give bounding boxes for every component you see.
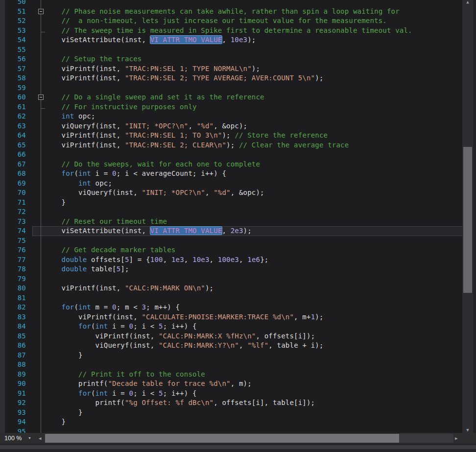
- code-line-60[interactable]: 60 // Do a single sweep and set it as th…: [0, 93, 476, 102]
- code-text: }: [45, 408, 476, 418]
- code-token: viPrintf(inst,: [45, 131, 125, 139]
- code-token: viPrintf(inst,: [45, 332, 159, 340]
- code-token: i =: [91, 169, 112, 177]
- code-text: }: [45, 351, 476, 360]
- code-line-51[interactable]: 51 // Phase noise measurements can take …: [0, 7, 476, 17]
- fold-margin: [26, 207, 45, 217]
- code-line-78[interactable]: 78 double table[5];: [0, 264, 476, 274]
- code-line-81[interactable]: 81: [0, 293, 476, 303]
- code-line-77[interactable]: 77 double offsets[5] = {100, 1e3, 10e3, …: [0, 255, 476, 265]
- code-line-89[interactable]: 89 // Print it off to the console: [0, 370, 476, 380]
- code-line-61[interactable]: 61 // For instructive purposes only: [0, 102, 476, 112]
- scroll-up-icon[interactable]: ▲: [462, 0, 473, 4]
- code-line-79[interactable]: 79: [0, 274, 476, 284]
- code-line-85[interactable]: 85 viPrintf(inst, "CALC:PN:MARK:X %fHz\n…: [0, 332, 476, 341]
- code-token: viSetAttribute(inst,: [45, 36, 150, 44]
- code-token: m =: [91, 303, 112, 311]
- code-line-74[interactable]: 74 viSetAttribute(inst, VI_ATTR_TMO_VALU…: [0, 226, 476, 236]
- vertical-scrollbar-thumb[interactable]: [463, 147, 472, 293]
- code-line-93[interactable]: 93 }: [0, 408, 476, 418]
- fold-margin: [26, 16, 45, 26]
- scroll-down-icon[interactable]: ▼: [462, 428, 473, 432]
- code-line-62[interactable]: 62 int opc;: [0, 112, 476, 121]
- fold-margin: [26, 7, 45, 17]
- code-text: [45, 207, 476, 217]
- code-line-53[interactable]: 53 // The sweep time is measured in Spik…: [0, 26, 476, 36]
- chevron-down-icon[interactable]: ▼: [28, 436, 31, 440]
- breakpoint-margin[interactable]: [0, 0, 5, 433]
- code-line-73[interactable]: 73 // Reset our timeout time: [0, 217, 476, 227]
- code-text: viPrintf(inst, "CALC:PN:MARK:X %fHz\n", …: [45, 332, 476, 341]
- code-line-68[interactable]: 68 for(int i = 0; i < averageCount; i++)…: [0, 169, 476, 179]
- code-line-75[interactable]: 75: [0, 236, 476, 246]
- code-line-86[interactable]: 86 viQueryf(inst, "CALC:PN:MARK:Y?\n", "…: [0, 341, 476, 351]
- code-line-84[interactable]: 84 for(int i = 0; i < 5; i++) {: [0, 322, 476, 332]
- code-line-76[interactable]: 76 // Get decade marker tables: [0, 245, 476, 255]
- code-token: , offsets[i]);: [256, 332, 315, 340]
- code-line-83[interactable]: 83 viPrintf(inst, "CALCULATE:PNOISE:MARK…: [0, 312, 476, 322]
- code-line-69[interactable]: 69 int opc;: [0, 179, 476, 189]
- fold-margin: [26, 198, 45, 208]
- code-token: 1e6: [247, 256, 260, 263]
- code-line-72[interactable]: 72: [0, 207, 476, 217]
- scroll-right-icon[interactable]: ▶: [455, 436, 457, 441]
- code-line-90[interactable]: 90 printf("Decade table for trace %d\n",…: [0, 379, 476, 389]
- fold-margin: [26, 217, 45, 227]
- vertical-scrollbar[interactable]: ▲ ▼: [462, 0, 473, 433]
- code-token: int: [62, 112, 74, 120]
- code-token: ; i++) {: [163, 322, 197, 330]
- scroll-left-icon[interactable]: ◀: [39, 436, 41, 441]
- code-line-80[interactable]: 80 viPrintf(inst, "CALC:PN:MARK ON\n");: [0, 284, 476, 293]
- fold-margin: [26, 83, 45, 93]
- code-line-66[interactable]: 66: [0, 150, 476, 160]
- horizontal-scrollbar[interactable]: [45, 434, 453, 443]
- fold-collapse-icon[interactable]: [38, 95, 44, 100]
- code-token: // Reset our timeout time: [45, 217, 167, 225]
- code-line-95[interactable]: 95: [0, 427, 476, 433]
- highlighted-reference[interactable]: VI_ATTR_TMO_VALUE: [150, 36, 222, 44]
- code-token: [45, 322, 78, 330]
- code-line-70[interactable]: 70 viQueryf(inst, "INIT; *OPC?\n", "%d",…: [0, 188, 476, 198]
- zoom-dropdown[interactable]: 100 % ▼: [0, 433, 37, 444]
- code-token: ,: [239, 341, 247, 349]
- code-line-71[interactable]: 71 }: [0, 198, 476, 208]
- code-token: for: [78, 322, 91, 330]
- code-token: viPrintf(inst,: [45, 284, 125, 292]
- code-line-94[interactable]: 94 }: [0, 417, 476, 427]
- code-line-59[interactable]: 59: [0, 83, 476, 93]
- horizontal-scrollbar-thumb[interactable]: [45, 434, 399, 443]
- code-token: viPrintf(inst,: [45, 313, 142, 321]
- code-line-65[interactable]: 65 viPrintf(inst, "TRAC:PN:SEL 2; CLEAR\…: [0, 141, 476, 150]
- fold-margin: [26, 322, 45, 332]
- code-line-92[interactable]: 92 printf("%g Offset: %f dBc\n", offsets…: [0, 398, 476, 408]
- code-line-88[interactable]: 88: [0, 360, 476, 370]
- code-token: int: [78, 169, 91, 177]
- code-line-50[interactable]: 50: [0, 0, 476, 7]
- code-line-87[interactable]: 87 }: [0, 351, 476, 360]
- code-line-57[interactable]: 57 viPrintf(inst, "TRAC:PN:SEL 1; TYPE N…: [0, 64, 476, 74]
- editor-area[interactable]: 5051 // Phase noise measurements can tak…: [0, 0, 476, 433]
- code-text: viQueryf(inst, "INIT; *OPC?\n", "%d", &o…: [45, 121, 476, 131]
- code-line-52[interactable]: 52 // a non-timeout, lets just increase …: [0, 16, 476, 26]
- code-line-91[interactable]: 91 for(int i = 0; i < 5; i++) {: [0, 389, 476, 399]
- code-token: table[: [87, 265, 116, 273]
- fold-collapse-icon[interactable]: [38, 9, 44, 14]
- code-line-55[interactable]: 55: [0, 45, 476, 55]
- highlighted-reference[interactable]: VI_ATTR_TMO_VALUE: [150, 227, 222, 235]
- code-token: // Phase noise measurements can take awh…: [45, 7, 400, 15]
- fold-margin: [26, 274, 45, 284]
- code-token: (: [91, 322, 95, 330]
- code-line-82[interactable]: 82 for(int m = 0; m < 3; m++) {: [0, 303, 476, 312]
- fold-margin: [26, 360, 45, 370]
- code-token: "TRAC:PN:SEL 2; CLEAR\n": [125, 141, 226, 149]
- code-line-63[interactable]: 63 viQueryf(inst, "INIT; *OPC?\n", "%d",…: [0, 121, 476, 131]
- code-line-67[interactable]: 67 // Do the sweeps, wait for each one t…: [0, 160, 476, 169]
- zoom-level-label: 100 %: [0, 435, 22, 442]
- code-text: printf("Decade table for trace %d\n", m)…: [45, 379, 476, 389]
- fold-margin: [26, 284, 45, 293]
- code-line-54[interactable]: 54 viSetAttribute(inst, VI_ATTR_TMO_VALU…: [0, 35, 476, 45]
- fold-margin: [26, 102, 45, 112]
- code-line-64[interactable]: 64 viPrintf(inst, "TRAC:PN:SEL 1; TO 3\n…: [0, 131, 476, 141]
- code-line-56[interactable]: 56 // Setup the traces: [0, 54, 476, 64]
- code-line-58[interactable]: 58 viPrintf(inst, "TRAC:PN:SEL 2; TYPE A…: [0, 73, 476, 83]
